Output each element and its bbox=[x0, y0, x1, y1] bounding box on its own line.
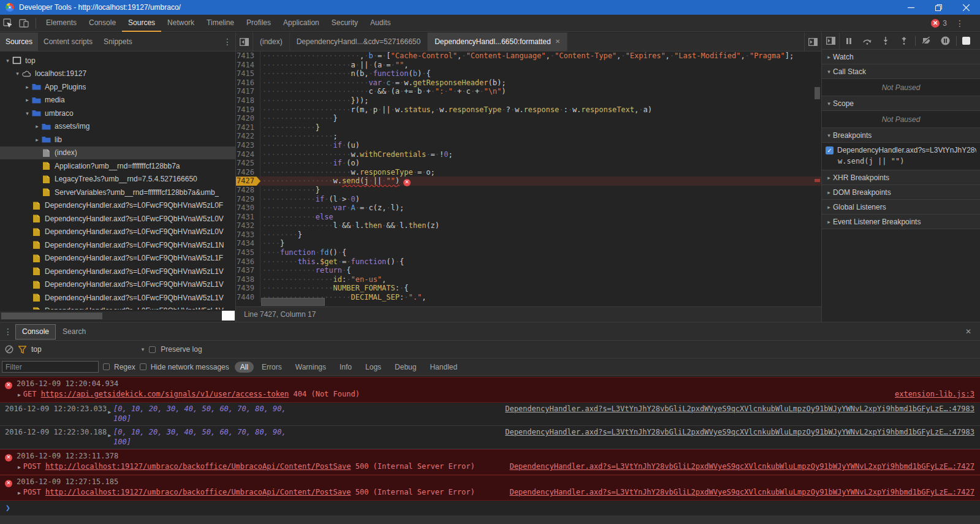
line-number[interactable]: 7438 bbox=[236, 275, 260, 284]
main-menu-icon[interactable]: ⋮ bbox=[952, 18, 968, 28]
filter-level-debug[interactable]: Debug bbox=[389, 362, 422, 373]
code-line[interactable]: 7437············return·{ bbox=[236, 266, 821, 275]
filter-level-all[interactable]: All bbox=[235, 362, 254, 373]
code-line[interactable]: 7420················} bbox=[236, 114, 821, 123]
code-line[interactable]: 7416························var·c·=·w.ge… bbox=[236, 78, 821, 88]
tab-network[interactable]: Network bbox=[161, 15, 200, 32]
section-dom-breakpoints[interactable]: ▸DOM Breakpoints bbox=[822, 185, 980, 200]
pause-on-exceptions-icon[interactable] bbox=[936, 32, 954, 50]
editor-tab[interactable]: DependencyHandl...6650:formatted✕ bbox=[428, 32, 568, 51]
tree-scrollbar-thumb[interactable] bbox=[1, 313, 102, 319]
close-button[interactable] bbox=[952, 0, 980, 15]
tree-item[interactable]: ▾umbraco bbox=[0, 107, 235, 120]
step-over-icon[interactable] bbox=[858, 32, 876, 50]
collapse-icon[interactable]: ▾ bbox=[825, 101, 833, 107]
expand-message-icon[interactable]: ▶ bbox=[108, 430, 111, 441]
code-line[interactable]: 7430················var·A·=·c(z,·l); bbox=[236, 203, 821, 213]
line-number[interactable]: 7440 bbox=[236, 293, 260, 302]
tree-item[interactable]: DependencyHandler.axd?s=L0FwcF9QbHVnaW5z… bbox=[0, 252, 235, 265]
clear-console-icon[interactable] bbox=[5, 345, 13, 354]
navigator-menu-icon[interactable]: ⋮ bbox=[219, 37, 235, 47]
filter-funnel-icon[interactable] bbox=[18, 346, 26, 354]
message-source-link[interactable]: DependencyHandler.axd?s=L3VtYnJhY28vbGli… bbox=[505, 404, 974, 413]
code-line[interactable]: 7413······················,·b·=·["Cache-… bbox=[236, 51, 821, 61]
code-line[interactable]: 7417························c·&&·(a·+=·b… bbox=[236, 87, 821, 96]
code-line[interactable]: 7426····················w.responseType·=… bbox=[236, 168, 821, 177]
section-xhr-breakpoints[interactable]: ▸XHR Breakpoints bbox=[822, 170, 980, 185]
tree-item[interactable]: DependencyHandler.axd?s=L0FwcF9QbHVnaW5z… bbox=[0, 265, 235, 278]
console-prompt[interactable]: ❯ bbox=[0, 501, 980, 512]
tree-item[interactable]: ▾localhost:19127 bbox=[0, 67, 235, 81]
line-number[interactable]: 7432 bbox=[236, 221, 260, 230]
expand-icon[interactable]: ▸ bbox=[825, 204, 833, 210]
code-line[interactable]: 7434····} bbox=[236, 239, 821, 248]
code-line[interactable]: 7431············else bbox=[236, 213, 821, 222]
expand-message-icon[interactable]: ▶ bbox=[18, 490, 21, 496]
line-number[interactable]: 7425 bbox=[236, 159, 260, 168]
navigator-tab-snippets[interactable]: Snippets bbox=[98, 32, 138, 51]
line-number[interactable]: 7415 bbox=[236, 69, 260, 78]
breakpoint-line-number[interactable]: 7427 bbox=[236, 177, 260, 186]
tab-sources[interactable]: Sources bbox=[122, 15, 161, 32]
code-line[interactable]: 7425················if·(o) bbox=[236, 159, 821, 168]
code-line[interactable]: 7424····················w.withCredential… bbox=[236, 150, 821, 159]
code-line[interactable]: 7418····················})); bbox=[236, 96, 821, 105]
navigator-tab-content-scripts[interactable]: Content scripts bbox=[38, 32, 98, 51]
filter-level-logs[interactable]: Logs bbox=[360, 362, 387, 373]
tree-item[interactable]: ▸media bbox=[0, 94, 235, 107]
tab-profiles[interactable]: Profiles bbox=[240, 15, 277, 32]
drawer-tab-search[interactable]: Search bbox=[56, 325, 92, 339]
tree-item[interactable]: DependencyHandler.axd?s=L0FwcF9QbHVnaW5z… bbox=[0, 278, 235, 292]
message-source-link[interactable]: DependencyHandler.axd?s=L3VtYnJhY28vbGli… bbox=[509, 488, 974, 496]
line-number[interactable]: 7419 bbox=[236, 105, 260, 115]
code-line-error[interactable]: 7427················w.send(j·||·"")✕ bbox=[236, 177, 821, 186]
tab-timeline[interactable]: Timeline bbox=[200, 15, 240, 32]
line-number[interactable]: 7430 bbox=[236, 203, 260, 213]
expander-icon[interactable]: ▸ bbox=[23, 97, 31, 103]
tree-item[interactable]: ▸assets/img bbox=[0, 120, 235, 134]
code-line[interactable]: 7435····function·fd()·{ bbox=[236, 248, 821, 257]
error-count-badge[interactable]: ✕ 3 bbox=[931, 19, 947, 28]
code-line[interactable]: 7421············} bbox=[236, 123, 821, 132]
code-line[interactable]: 7438················id:·"en-us", bbox=[236, 275, 821, 284]
collapse-icon[interactable]: ▾ bbox=[825, 132, 833, 139]
code-line[interactable]: 7415····················n(b,·function(b)… bbox=[236, 69, 821, 78]
line-number[interactable]: 7418 bbox=[236, 96, 260, 105]
editor-tab[interactable]: (index) bbox=[253, 32, 290, 51]
tree-item[interactable]: DependencyHandler.axd?s=L0FwcF9QbHVnaW5z… bbox=[0, 291, 235, 305]
hide-navigator-icon[interactable] bbox=[236, 32, 253, 51]
filter-level-warnings[interactable]: Warnings bbox=[290, 362, 332, 373]
code-line[interactable]: 7432················l·&&·l.then·&&·l.the… bbox=[236, 221, 821, 230]
preserve-log-checkbox[interactable] bbox=[149, 346, 156, 353]
code-line[interactable]: 7419····················r(m,·p·||·w.stat… bbox=[236, 105, 821, 115]
code-line[interactable]: 7436········this.$get·=·function()·{ bbox=[236, 257, 821, 267]
line-number[interactable]: 7439 bbox=[236, 284, 260, 293]
console-horizontal-scrollbar[interactable] bbox=[0, 515, 980, 524]
message-source-link[interactable]: extension-lib.js:3 bbox=[895, 390, 974, 398]
tree-item[interactable]: ▾top bbox=[0, 54, 235, 67]
line-number[interactable]: 7431 bbox=[236, 213, 260, 222]
tree-item[interactable]: DependencyHandler.axd?s=L0FwcF9QbHVnaW5z… bbox=[0, 238, 235, 252]
hide-network-checkbox[interactable] bbox=[140, 363, 146, 370]
message-source-link[interactable]: DependencyHandler.axd?s=L3VtYnJhY28vbGli… bbox=[505, 428, 974, 436]
breakpoint-entry[interactable]: ✓DependencyHandler.axd?s=L3VtYnJhY28vbGl… bbox=[822, 143, 980, 170]
filter-level-errors[interactable]: Errors bbox=[256, 362, 287, 373]
navigator-tab-sources[interactable]: Sources bbox=[0, 32, 38, 51]
code-line[interactable]: 7428············} bbox=[236, 186, 821, 195]
tree-item[interactable]: DependencyHandler.axd?s=L0FwcF9QbHVnaW5z… bbox=[0, 199, 235, 213]
line-number[interactable]: 7426 bbox=[236, 168, 260, 177]
expander-icon[interactable]: ▾ bbox=[4, 58, 12, 64]
panel-resize-corner[interactable] bbox=[222, 311, 235, 321]
line-number[interactable]: 7437 bbox=[236, 266, 260, 275]
close-tab-icon[interactable]: ✕ bbox=[555, 32, 560, 51]
show-navigator-icon[interactable] bbox=[822, 32, 840, 50]
drawer-menu-icon[interactable]: ⋮ bbox=[0, 327, 16, 336]
filter-input[interactable] bbox=[2, 361, 99, 373]
tab-console[interactable]: Console bbox=[83, 15, 122, 32]
pause-script-icon[interactable] bbox=[840, 32, 858, 50]
expander-icon[interactable]: ▸ bbox=[33, 123, 41, 129]
step-out-icon[interactable] bbox=[895, 32, 913, 50]
line-number[interactable]: 7429 bbox=[236, 195, 260, 204]
line-number[interactable]: 7423 bbox=[236, 141, 260, 150]
breakpoint-checkbox[interactable]: ✓ bbox=[826, 146, 834, 154]
